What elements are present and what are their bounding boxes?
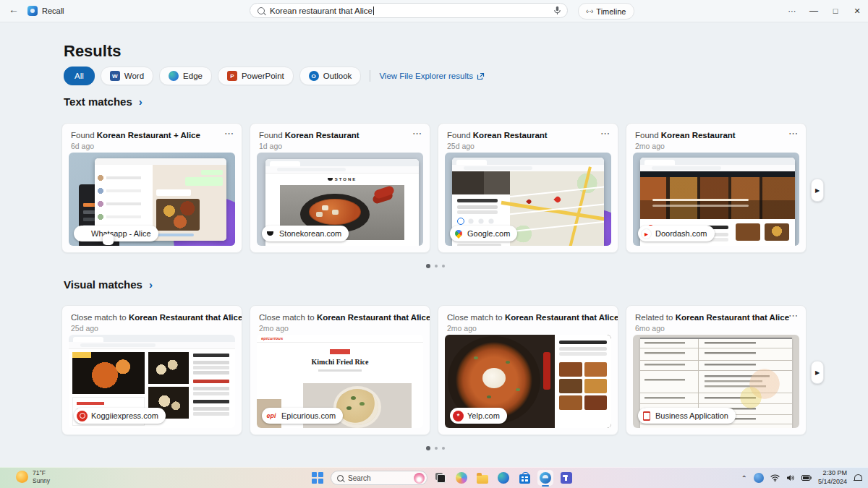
source-badge[interactable]: *Yelp.com <box>450 408 507 424</box>
page-dot[interactable] <box>442 447 445 450</box>
minimize-button[interactable]: — <box>803 0 825 22</box>
source-badge[interactable]: Koggiiexpress.com <box>74 408 166 424</box>
timeline-icon: ‹··› <box>586 7 592 15</box>
visual-matches-row: Close match to Korean Restaurant that Al… <box>61 305 807 435</box>
page-dot[interactable] <box>426 446 430 450</box>
card-title: Related to Korean Restaurant that Alice <box>626 306 806 322</box>
title-bar: ← Recall Korean restaurant that Alice ‹·… <box>0 0 868 22</box>
weather-widget[interactable]: 71°FSunny <box>16 469 50 484</box>
filter-all[interactable]: All <box>64 67 95 85</box>
result-card[interactable]: Close match to Korean Restaurant that Al… <box>438 305 618 435</box>
file-explorer-button[interactable] <box>475 470 490 486</box>
card-thumbnail[interactable]: Business Application <box>633 335 799 428</box>
card-thumbnail[interactable]: *Yelp.com <box>445 335 611 428</box>
card-more-button[interactable]: ⋯ <box>788 128 799 139</box>
next-page-button[interactable]: ▶ <box>811 361 824 384</box>
card-more-button[interactable]: ⋯ <box>600 128 610 139</box>
card-more-button[interactable]: ⋯ <box>224 310 234 321</box>
page-dot[interactable] <box>442 265 445 267</box>
chevron-right-icon[interactable]: › <box>139 95 142 108</box>
file-explorer-link[interactable]: View File Explorer results <box>379 72 485 80</box>
card-title: Close match to Korean Restaurant that Al… <box>438 306 618 322</box>
stonekorean-icon <box>265 228 276 239</box>
source-badge[interactable]: Stonekorean.com <box>262 226 349 241</box>
card-thumbnail[interactable]: Koggiiexpress.com <box>69 335 235 428</box>
filter-word[interactable]: Word <box>101 67 153 85</box>
edge-button[interactable] <box>495 470 511 486</box>
google-maps-icon <box>453 228 464 239</box>
microphone-icon[interactable] <box>553 6 561 15</box>
source-badge[interactable]: ✆Whatsapp - Alice <box>74 226 158 241</box>
recall-search-input[interactable]: Korean restaurant that Alice <box>250 3 568 18</box>
source-badge[interactable]: Doordash.com <box>638 226 715 241</box>
task-view-button[interactable] <box>433 470 448 486</box>
card-more-button[interactable]: ⋯ <box>788 310 799 321</box>
external-link-icon <box>477 72 485 80</box>
card-more-button[interactable]: ⋯ <box>412 310 422 321</box>
card-thumbnail[interactable]: ✆Whatsapp - Alice <box>69 153 235 246</box>
more-options-button[interactable]: ⋯ <box>781 0 803 22</box>
filter-edge[interactable]: Edge <box>159 67 212 85</box>
document-icon <box>641 411 652 421</box>
taskbar-center: Search <box>310 470 574 486</box>
result-card[interactable]: Found Korean Restaurant + Alice 6d ago ⋯… <box>61 123 242 253</box>
card-more-button[interactable]: ⋯ <box>600 310 610 321</box>
result-card[interactable]: Close match to Korean Restaurant that Al… <box>61 305 242 435</box>
clock[interactable]: 2:30 PM 5/14/2024 <box>818 469 847 486</box>
outlook-icon <box>309 71 319 81</box>
page-dot[interactable] <box>435 447 438 450</box>
chevron-right-icon[interactable]: › <box>149 278 153 291</box>
back-button[interactable]: ← <box>9 4 19 15</box>
notification-bell-icon[interactable] <box>854 474 862 482</box>
card-timestamp: 6mo ago <box>626 322 806 333</box>
start-button[interactable] <box>310 470 326 486</box>
filter-outlook[interactable]: Outlook <box>299 67 362 85</box>
result-card[interactable]: Close match to Korean Restaurant that Al… <box>250 305 430 435</box>
sun-icon <box>16 471 28 483</box>
card-title: Found Korean Restaurant + Alice <box>62 124 242 140</box>
filter-powerpoint[interactable]: PowerPoint <box>218 67 294 85</box>
battery-icon[interactable] <box>801 475 812 481</box>
result-card[interactable]: Related to Korean Restaurant that Alice … <box>626 305 807 435</box>
card-thumbnail[interactable]: epicurious Kimchi Fried Rice epiEpicurio… <box>257 335 423 428</box>
card-thumbnail[interactable]: Doordash.com <box>633 153 799 246</box>
system-tray: ⌃ 2:30 PM 5/14/2024 <box>741 468 862 488</box>
volume-icon[interactable] <box>786 474 795 481</box>
result-card[interactable]: Found Korean Restaurant 1d ago ⋯ STONE S… <box>250 123 430 253</box>
edge-icon <box>498 472 509 484</box>
source-badge[interactable]: epiEpicurious.com <box>262 408 343 424</box>
tray-app-icon[interactable] <box>754 473 764 483</box>
tray-overflow-chevron[interactable]: ⌃ <box>741 474 747 482</box>
card-more-button[interactable]: ⋯ <box>412 128 422 139</box>
recall-icon <box>540 472 551 484</box>
result-card[interactable]: Found Korean Restaurant 25d ago ⋯ Google… <box>438 123 618 253</box>
store-button[interactable] <box>516 470 532 486</box>
taskbar: 71°FSunny Search ⌃ <box>0 467 868 488</box>
page-title: Results <box>64 42 121 61</box>
timeline-button[interactable]: ‹··› Timeline <box>578 3 634 20</box>
page-dot[interactable] <box>426 264 430 268</box>
card-more-button[interactable]: ⋯ <box>224 128 234 139</box>
koggiiexpress-icon <box>77 411 88 421</box>
next-page-button[interactable]: ▶ <box>811 179 824 202</box>
teams-button[interactable] <box>558 470 574 486</box>
result-card[interactable]: Found Korean Restaurant 2mo ago ⋯ Doorda… <box>626 123 807 253</box>
card-timestamp: 6d ago <box>62 140 242 150</box>
search-query-text: Korean restaurant that Alice <box>270 7 373 15</box>
card-thumbnail[interactable]: STONE Stonekorean.com <box>257 153 423 246</box>
wifi-icon[interactable] <box>770 474 780 481</box>
edge-icon <box>169 71 179 81</box>
whatsapp-icon: ✆ <box>103 234 114 245</box>
page-dot[interactable] <box>435 265 438 267</box>
copilot-button[interactable] <box>454 470 469 486</box>
source-badge[interactable]: Google.com <box>450 226 517 241</box>
source-badge[interactable]: Business Application <box>638 408 736 424</box>
taskbar-search[interactable]: Search <box>331 471 427 485</box>
search-icon <box>337 475 344 481</box>
recall-taskbar-button[interactable] <box>537 470 553 486</box>
card-title: Found Korean Restaurant <box>626 124 806 140</box>
maximize-button[interactable]: □ <box>825 0 846 22</box>
card-timestamp: 1d ago <box>250 140 430 150</box>
card-thumbnail[interactable]: Google.com <box>445 153 611 246</box>
close-button[interactable]: ✕ <box>846 0 868 22</box>
